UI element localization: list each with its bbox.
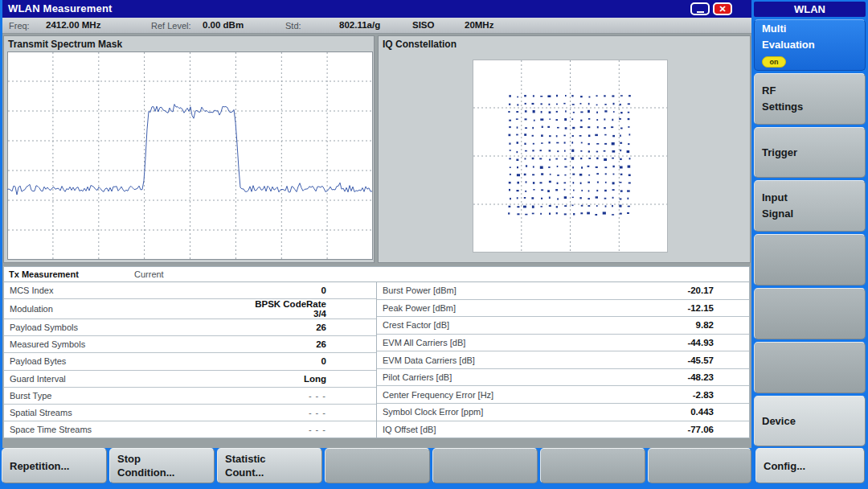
table-row: Crest Factor [dB]9.82 (377, 317, 749, 335)
results-table-left: MCS Index0 ModulationBPSK CodeRate 3/4 P… (4, 282, 377, 438)
table-row: Measured Symbols26 (4, 336, 376, 353)
sidebar-item-label: Device (762, 413, 865, 429)
sidebar: WLAN Multi Evaluation on RF Settings Tri… (754, 0, 866, 489)
close-button[interactable]: ✕ (713, 2, 732, 15)
results-table-right: Burst Power [dBm]-20.17 Peak Power [dBm]… (377, 282, 749, 438)
softkey-statistic-count[interactable]: Statistic Count... (217, 448, 322, 483)
row-label: Payload Bytes (4, 356, 248, 366)
spectrum-chart (7, 51, 373, 260)
content-area: Transmit Spectrum Mask IQ Constellation … (2, 34, 751, 448)
table-row: Payload Bytes0 (4, 353, 376, 370)
softkey-stop-condition[interactable]: Stop Condition... (109, 448, 215, 483)
row-label: Crest Factor [dB] (377, 320, 653, 330)
window-title: WLAN Measurement (8, 2, 113, 14)
on-badge: on (762, 56, 786, 68)
standard-value: 802.11a/g (339, 20, 380, 30)
row-value: 26 (248, 323, 376, 332)
row-label: Burst Power [dBm] (377, 286, 653, 295)
ref-level-label: Ref Level: (151, 21, 191, 31)
row-value: -2.83 (653, 390, 749, 400)
row-label: Payload Symbols (4, 323, 248, 332)
table-row: EVM Data Carriers [dB]-45.57 (377, 351, 749, 369)
sidebar-item-input-signal[interactable]: Input Signal (754, 180, 866, 232)
sidebar-item-blank (754, 288, 866, 339)
sidebar-item-label: Evaluation (762, 37, 865, 53)
table-row: ModulationBPSK CodeRate 3/4 (4, 299, 376, 319)
table-row: EVM All Carriers [dB]-44.93 (377, 335, 749, 352)
sidebar-item-blank (754, 234, 866, 286)
row-label: Symbol Clock Error [ppm] (377, 407, 653, 417)
softkey-repetition[interactable]: Repetition... (2, 448, 107, 483)
minimize-icon (697, 11, 704, 13)
table-row: Burst Type- - - (4, 388, 376, 405)
constellation-panel-title: IQ Constellation (383, 39, 457, 50)
row-label: EVM All Carriers [dB] (377, 338, 653, 347)
tx-measurement-results: Tx Measurement Current MCS Index0 Modula… (3, 266, 750, 438)
softkey-label: Stop (117, 452, 214, 466)
results-tables: MCS Index0 ModulationBPSK CodeRate 3/4 P… (4, 281, 749, 438)
row-value: 0 (248, 356, 376, 366)
row-label: Peak Power [dBm] (377, 303, 653, 313)
close-icon: ✕ (719, 5, 726, 14)
row-value: - - - (248, 408, 376, 417)
table-row: IQ Offset [dB]-77.06 (377, 421, 749, 438)
minimize-button[interactable] (690, 2, 710, 15)
softkey-blank (325, 448, 430, 483)
row-value: -12.15 (653, 303, 749, 313)
row-value: -77.06 (653, 425, 749, 434)
table-row: Spatial Streams- - - (4, 405, 376, 421)
standard-label: Std: (285, 21, 301, 31)
table-row: Pilot Carriers [dB]-48.23 (377, 369, 749, 387)
softkey-blank (540, 448, 645, 483)
row-value: -48.23 (653, 372, 749, 382)
ref-level-value: 0.00 dBm (203, 20, 244, 30)
softkey-label: Statistic (225, 452, 321, 466)
sidebar-item-label: Input (762, 190, 865, 206)
table-row: Peak Power [dBm]-12.15 (377, 300, 749, 318)
table-row: MCS Index0 (4, 282, 376, 299)
row-label: IQ Offset [dB] (377, 425, 653, 434)
spectrum-panel-title: Transmit Spectrum Mask (8, 39, 122, 50)
row-value: 0.443 (653, 407, 749, 417)
table-row: Space Time Streams- - - (4, 421, 376, 438)
softkey-label: Condition... (117, 466, 214, 479)
row-label: Guard Interval (4, 374, 248, 384)
row-label: MCS Index (4, 286, 248, 295)
row-value: 26 (248, 339, 376, 349)
sidebar-header-wlan: WLAN (754, 2, 866, 17)
bandwidth-value: 20MHz (465, 20, 493, 30)
sidebar-item-multi-evaluation[interactable]: Multi Evaluation on (754, 19, 866, 71)
row-label: Space Time Streams (4, 425, 248, 434)
row-value: -44.93 (653, 338, 749, 347)
softkey-blank (648, 448, 751, 483)
siso-value: SISO (412, 20, 434, 30)
row-label: Burst Type (4, 391, 248, 401)
table-row: Symbol Clock Error [ppm]0.443 (377, 404, 749, 421)
sidebar-item-blank (754, 342, 866, 393)
sidebar-item-device[interactable]: Device (754, 396, 866, 446)
sidebar-item-label: Settings (762, 99, 865, 115)
results-title: Tx Measurement (9, 269, 79, 279)
softkey-blank (432, 448, 538, 483)
softkey-label: Count... (225, 466, 321, 479)
row-value: BPSK CodeRate 3/4 (248, 299, 376, 318)
sidebar-item-trigger[interactable]: Trigger (754, 127, 866, 178)
freq-value: 2412.00 MHz (46, 20, 100, 30)
row-label: Pilot Carriers [dB] (377, 372, 653, 382)
sidebar-item-label: Signal (762, 206, 865, 222)
table-row: Payload Symbols26 (4, 319, 376, 336)
row-value: -20.17 (653, 286, 749, 295)
row-value: 0 (248, 286, 376, 295)
row-label: Spatial Streams (4, 408, 248, 417)
results-header: Tx Measurement Current (4, 267, 749, 281)
results-scope: Current (134, 269, 164, 279)
iq-constellation-panel: IQ Constellation (378, 35, 751, 263)
sidebar-item-rf-settings[interactable]: RF Settings (754, 73, 866, 125)
row-label: Center Frequency Error [Hz] (377, 390, 653, 400)
transmit-spectrum-mask-panel: Transmit Spectrum Mask (3, 35, 375, 263)
row-value: 9.82 (653, 320, 749, 330)
wlan-measurement-window: WLAN Measurement ✕ Freq: 2412.00 MHz Ref… (0, 0, 868, 489)
measurement-header-strip: Freq: 2412.00 MHz Ref Level: 0.00 dBm St… (2, 18, 751, 34)
constellation-chart (473, 60, 668, 253)
table-row: Guard IntervalLong (4, 371, 376, 388)
